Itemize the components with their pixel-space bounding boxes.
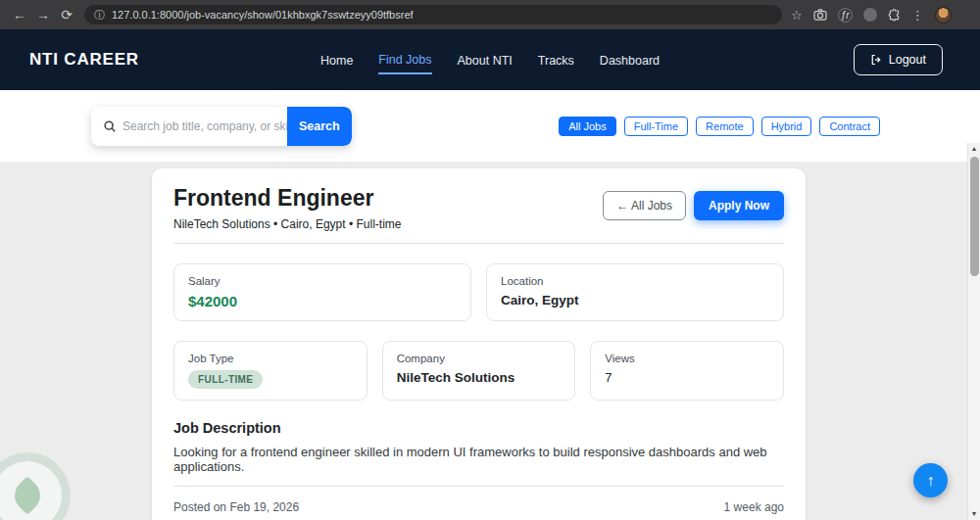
posted-age: 1 week ago bbox=[724, 500, 784, 514]
search-section: Search All Jobs Full-Time Remote Hybrid … bbox=[0, 90, 980, 162]
bookmark-star-icon[interactable]: ☆ bbox=[791, 8, 803, 23]
logout-icon bbox=[870, 54, 882, 66]
scroll-to-top-button[interactable]: ↑ bbox=[913, 463, 948, 497]
job-type-card: Job Type FULL-TIME bbox=[173, 341, 368, 401]
search-button[interactable]: Search bbox=[287, 107, 352, 146]
info-row-bottom: Job Type FULL-TIME Company NileTech Solu… bbox=[173, 341, 784, 401]
site-navbar: NTI CAREER Home Find Jobs About NTI Trac… bbox=[0, 29, 980, 90]
salary-value: $42000 bbox=[188, 293, 457, 309]
job-header: Frontend Engineer NileTech Solutions • C… bbox=[173, 186, 784, 231]
nav-links: Home Find Jobs About NTI Tracks Dashboar… bbox=[320, 46, 660, 74]
job-header-actions: ← All Jobs Apply Now bbox=[603, 191, 784, 220]
arrow-up-icon: ↑ bbox=[927, 472, 935, 490]
scroll-down-icon[interactable]: ▼ bbox=[968, 510, 980, 517]
fr-extension-icon[interactable]: ƒr bbox=[838, 8, 853, 23]
job-title-block: Frontend Engineer NileTech Solutions • C… bbox=[173, 186, 402, 231]
search-group: Search bbox=[91, 107, 352, 146]
company-card: Company NileTech Solutions bbox=[382, 341, 576, 401]
location-card: Location Cairo, Egypt bbox=[486, 263, 784, 321]
scrollbar[interactable]: ▲ ▼ bbox=[967, 143, 980, 520]
location-value: Cairo, Egypt bbox=[501, 293, 769, 307]
views-label: Views bbox=[605, 353, 769, 364]
nav-link-dashboard[interactable]: Dashboard bbox=[600, 47, 660, 73]
location-label: Location bbox=[501, 275, 769, 287]
nav-link-find-jobs[interactable]: Find Jobs bbox=[378, 46, 431, 74]
nav-link-home[interactable]: Home bbox=[320, 47, 353, 73]
filter-remote[interactable]: Remote bbox=[696, 117, 754, 136]
filter-contract[interactable]: Contract bbox=[819, 117, 880, 136]
extension-circle-icon[interactable] bbox=[863, 8, 877, 22]
company-label: Company bbox=[397, 353, 562, 364]
job-detail-card: Frontend Engineer NileTech Solutions • C… bbox=[152, 168, 806, 520]
browser-toolbar: ← → ⟳ ⓘ 127.0.0.1:8000/job-vacancy/show/… bbox=[0, 0, 980, 29]
address-bar[interactable]: ⓘ 127.0.0.1:8000/job-vacancy/show/01khbx… bbox=[84, 5, 782, 24]
job-type-label: Job Type bbox=[188, 353, 353, 364]
salary-label: Salary bbox=[188, 275, 457, 287]
leaf-icon bbox=[8, 476, 47, 515]
nav-link-tracks[interactable]: Tracks bbox=[538, 47, 574, 73]
site-info-icon[interactable]: ⓘ bbox=[94, 8, 105, 23]
company-value: NileTech Solutions bbox=[397, 370, 562, 385]
job-type-badge: FULL-TIME bbox=[188, 370, 263, 389]
browser-profile-avatar[interactable] bbox=[935, 7, 952, 24]
scroll-up-icon[interactable]: ▲ bbox=[968, 145, 980, 152]
views-card: Views 7 bbox=[590, 341, 784, 401]
views-value: 7 bbox=[605, 370, 769, 385]
extensions-puzzle-icon[interactable] bbox=[888, 9, 901, 22]
job-meta: NileTech Solutions • Cairo, Egypt • Full… bbox=[173, 217, 402, 231]
page-content: Frontend Engineer NileTech Solutions • C… bbox=[0, 162, 980, 520]
info-row-top: Salary $42000 Location Cairo, Egypt bbox=[173, 263, 784, 321]
all-jobs-back-button[interactable]: ← All Jobs bbox=[603, 191, 686, 220]
divider bbox=[173, 486, 784, 487]
divider bbox=[173, 243, 784, 244]
forward-icon[interactable]: → bbox=[31, 0, 55, 29]
search-icon bbox=[91, 119, 122, 133]
search-input[interactable] bbox=[122, 107, 287, 146]
job-description-text: Looking for a frontend engineer skilled … bbox=[173, 445, 784, 474]
job-filters: All Jobs Full-Time Remote Hybrid Contrac… bbox=[559, 117, 880, 136]
logout-label: Logout bbox=[889, 53, 926, 67]
posted-date: Posted on Feb 19, 2026 bbox=[173, 500, 299, 514]
apply-now-button[interactable]: Apply Now bbox=[694, 191, 784, 220]
filter-all-jobs[interactable]: All Jobs bbox=[559, 117, 616, 136]
brand-logo[interactable]: NTI CAREER bbox=[29, 50, 139, 70]
browser-menu-icon[interactable]: ⋮ bbox=[911, 8, 924, 23]
reload-icon[interactable]: ⟳ bbox=[55, 0, 78, 29]
filter-full-time[interactable]: Full-Time bbox=[624, 117, 688, 136]
logout-button[interactable]: Logout bbox=[854, 44, 943, 75]
job-footer: Posted on Feb 19, 2026 1 week ago bbox=[173, 500, 784, 514]
nav-link-about-nti[interactable]: About NTI bbox=[458, 47, 513, 73]
job-title: Frontend Engineer bbox=[173, 186, 402, 211]
back-icon[interactable]: ← bbox=[8, 0, 31, 29]
scrollbar-thumb[interactable] bbox=[970, 157, 979, 276]
salary-card: Salary $42000 bbox=[173, 263, 471, 321]
url-text: 127.0.0.1:8000/job-vacancy/show/01khbxgk… bbox=[112, 9, 414, 21]
filter-hybrid[interactable]: Hybrid bbox=[761, 117, 812, 136]
screenshot-icon[interactable] bbox=[813, 9, 827, 21]
job-description-heading: Job Description bbox=[173, 420, 784, 436]
